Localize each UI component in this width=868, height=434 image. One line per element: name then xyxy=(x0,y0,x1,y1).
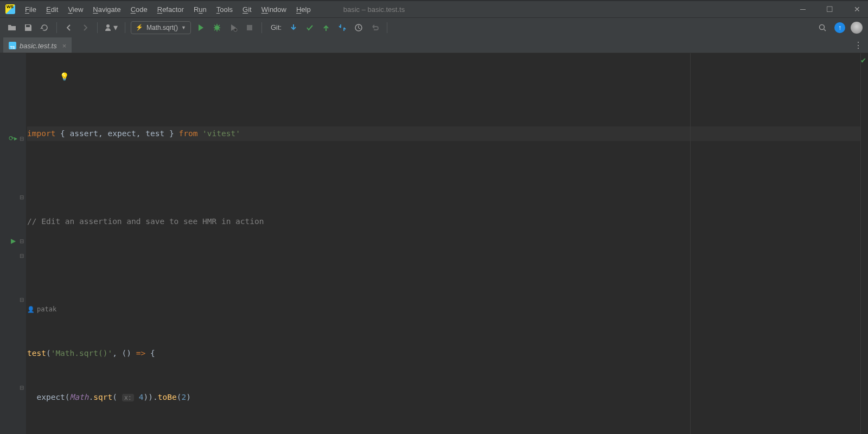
run-config-label: Math.sqrt() xyxy=(146,24,178,31)
search-button[interactable] xyxy=(816,21,829,34)
menu-navigate[interactable]: Navigate xyxy=(93,5,120,14)
menu-run[interactable]: Run xyxy=(194,5,207,14)
menu-code[interactable]: Code xyxy=(131,5,148,14)
git-push-button[interactable] xyxy=(320,21,333,34)
avatar[interactable] xyxy=(851,22,863,34)
gutter[interactable]: ⟳▸ ▶ ⊟ ⊟ ⊟ ⊟ ⊟ ⊟ xyxy=(0,53,26,434)
menu-edit[interactable]: Edit xyxy=(46,5,58,14)
app-icon xyxy=(5,4,15,14)
close-tab-icon[interactable]: × xyxy=(62,42,67,50)
run-test-icon[interactable]: ▶ xyxy=(11,237,16,245)
git-update-button[interactable] xyxy=(336,21,349,34)
run-config-select[interactable]: ⚡ Math.sqrt() ▼ xyxy=(131,21,191,34)
git-label: Git: xyxy=(271,23,282,31)
tab-basic-test[interactable]: basic.test.ts × xyxy=(3,37,72,53)
code-area[interactable]: 💡 import { assert, expect, test } from '… xyxy=(26,53,868,434)
menu-tools[interactable]: Tools xyxy=(216,5,233,14)
fold-icon[interactable]: ⊟ xyxy=(20,297,24,303)
menu-git[interactable]: Git xyxy=(242,5,252,14)
check-ok-icon[interactable]: ✔ xyxy=(860,56,866,65)
forward-button[interactable] xyxy=(79,21,92,34)
svg-point-1 xyxy=(215,25,219,30)
fold-icon[interactable]: ⊟ xyxy=(20,238,24,244)
run-test-icon[interactable]: ⟳▸ xyxy=(9,135,17,142)
close-button[interactable]: ✕ xyxy=(852,3,863,16)
git-commit-button[interactable] xyxy=(303,21,316,34)
title-bar: File Edit View Navigate Code Refactor Ru… xyxy=(0,0,868,17)
tab-label: basic.test.ts xyxy=(20,42,57,50)
svg-point-2 xyxy=(234,28,237,31)
user-button[interactable]: ▾ xyxy=(103,21,119,34)
fold-icon[interactable]: ⊟ xyxy=(20,194,24,200)
git-history-button[interactable] xyxy=(352,21,365,34)
maximize-button[interactable]: ☐ xyxy=(824,3,835,16)
run-button[interactable] xyxy=(194,21,207,34)
bolt-icon: ⚡ xyxy=(136,24,143,31)
fold-icon[interactable]: ⊟ xyxy=(20,385,24,391)
reload-button[interactable] xyxy=(38,21,51,34)
sync-button[interactable]: ↑ xyxy=(834,22,845,33)
back-button[interactable] xyxy=(62,21,75,34)
fold-icon[interactable]: ⊟ xyxy=(20,136,24,142)
open-button[interactable] xyxy=(5,21,18,34)
window-title: basic – basic.test.ts xyxy=(343,5,405,14)
bulb-icon[interactable]: 💡 xyxy=(60,69,69,84)
main-menu: File Edit View Navigate Code Refactor Ru… xyxy=(25,5,311,14)
menu-help[interactable]: Help xyxy=(296,5,311,14)
menu-window[interactable]: Window xyxy=(261,5,286,14)
error-stripe[interactable]: ✔ xyxy=(860,53,868,434)
debug-button[interactable] xyxy=(210,21,224,34)
coverage-button[interactable] xyxy=(227,21,240,34)
ts-file-icon xyxy=(9,42,16,49)
tab-more-icon[interactable]: ⋮ xyxy=(854,40,863,53)
svg-point-5 xyxy=(820,24,825,29)
save-button[interactable] xyxy=(22,21,35,34)
right-margin xyxy=(690,53,691,434)
main-toolbar: ▾ ⚡ Math.sqrt() ▼ Git: ↑ xyxy=(0,17,868,37)
menu-view[interactable]: View xyxy=(68,5,83,14)
stop-button[interactable] xyxy=(243,21,256,34)
chevron-down-icon: ▼ xyxy=(181,25,186,30)
minimize-button[interactable]: ─ xyxy=(798,3,808,16)
menu-file[interactable]: File xyxy=(25,5,36,14)
editor-tabs: basic.test.ts × ⋮ xyxy=(0,37,868,53)
git-revert-button[interactable] xyxy=(368,21,381,34)
menu-refactor[interactable]: Refactor xyxy=(157,5,184,14)
git-pull-button[interactable] xyxy=(287,21,300,34)
svg-point-0 xyxy=(106,24,110,28)
fold-icon[interactable]: ⊟ xyxy=(20,253,24,259)
svg-rect-3 xyxy=(247,25,252,30)
editor[interactable]: ⟳▸ ▶ ⊟ ⊟ ⊟ ⊟ ⊟ ⊟ 💡 import { assert, expe… xyxy=(0,53,868,434)
